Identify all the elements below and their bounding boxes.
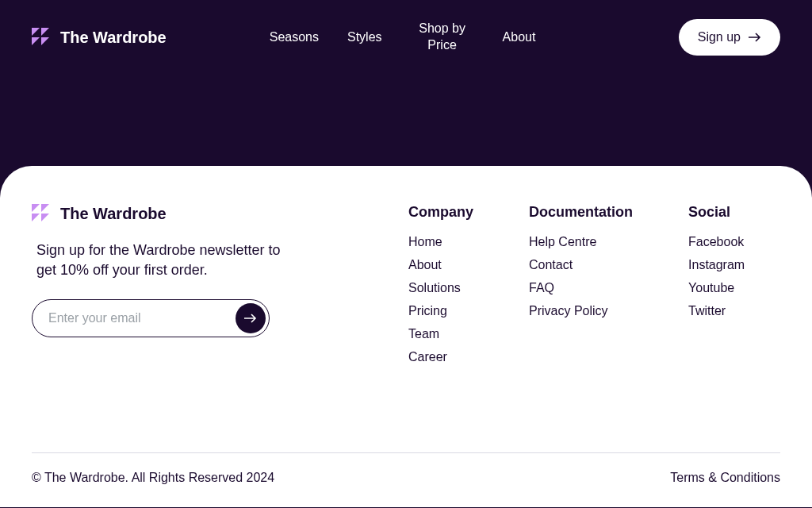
nav-styles[interactable]: Styles <box>347 29 382 46</box>
footer-col-title: Company <box>408 204 473 221</box>
logo-icon <box>32 204 51 223</box>
footer-link[interactable]: Privacy Policy <box>529 304 633 318</box>
email-input[interactable] <box>48 311 236 325</box>
footer-link[interactable]: Pricing <box>408 304 473 318</box>
nav-about[interactable]: About <box>503 29 536 46</box>
main-nav: Seasons Styles Shop by Price About <box>270 21 536 54</box>
footer-brand: The Wardrobe <box>32 204 333 223</box>
footer-col-title: Social <box>688 204 745 221</box>
footer-col-company: Company Home About Solutions Pricing Tea… <box>408 204 473 373</box>
footer: The Wardrobe Sign up for the Wardrobe ne… <box>0 166 812 507</box>
footer-brand-name: The Wardrobe <box>60 205 167 223</box>
footer-link[interactable]: Solutions <box>408 281 473 295</box>
footer-col-title: Documentation <box>529 204 633 221</box>
footer-col-social: Social Facebook Instagram Youtube Twitte… <box>688 204 745 373</box>
brand: The Wardrobe <box>32 28 167 47</box>
terms-link[interactable]: Terms & Conditions <box>670 471 780 485</box>
footer-col-documentation: Documentation Help Centre Contact FAQ Pr… <box>529 204 633 373</box>
copyright-text: © The Wardrobe. All Rights Reserved 2024 <box>32 471 274 485</box>
footer-link[interactable]: Home <box>408 235 473 249</box>
footer-columns: Company Home About Solutions Pricing Tea… <box>408 204 745 373</box>
footer-link[interactable]: FAQ <box>529 281 633 295</box>
arrow-right-icon <box>749 33 761 42</box>
email-input-wrapper <box>32 299 270 337</box>
footer-left: The Wardrobe Sign up for the Wardrobe ne… <box>32 204 333 373</box>
email-submit-button[interactable] <box>236 303 266 333</box>
footer-link[interactable]: Team <box>408 327 473 341</box>
arrow-right-icon <box>244 314 257 323</box>
footer-link[interactable]: Career <box>408 350 473 364</box>
nav-seasons[interactable]: Seasons <box>270 29 319 46</box>
footer-link[interactable]: Facebook <box>688 235 745 249</box>
footer-link[interactable]: Help Centre <box>529 235 633 249</box>
signup-button[interactable]: Sign up <box>679 19 780 56</box>
footer-bar: © The Wardrobe. All Rights Reserved 2024… <box>32 452 780 485</box>
newsletter-text: Sign up for the Wardrobe newsletter to g… <box>32 241 301 280</box>
footer-link[interactable]: Twitter <box>688 304 745 318</box>
brand-name: The Wardrobe <box>60 29 167 47</box>
header: The Wardrobe Seasons Styles Shop by Pric… <box>0 0 812 75</box>
footer-link[interactable]: About <box>408 258 473 272</box>
logo-icon <box>32 28 51 47</box>
nav-shop-by-price[interactable]: Shop by Price <box>411 21 474 54</box>
signup-label: Sign up <box>698 30 741 44</box>
footer-link[interactable]: Instagram <box>688 258 745 272</box>
footer-link[interactable]: Youtube <box>688 281 745 295</box>
footer-link[interactable]: Contact <box>529 258 633 272</box>
footer-main: The Wardrobe Sign up for the Wardrobe ne… <box>32 204 780 373</box>
